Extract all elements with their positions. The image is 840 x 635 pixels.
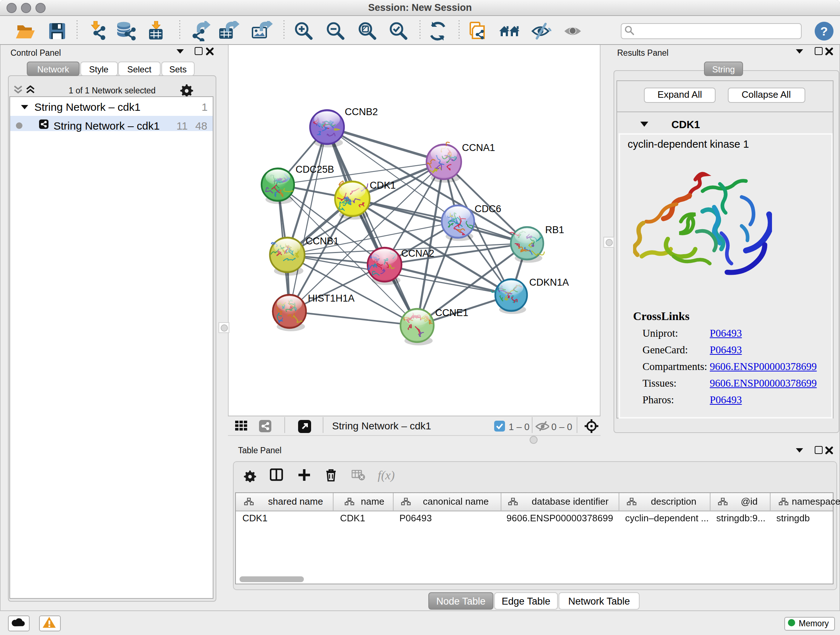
svg-text:CCNB1: CCNB1 — [306, 235, 339, 246]
svg-text:CCNE1: CCNE1 — [435, 307, 469, 318]
svg-text:CCNA1: CCNA1 — [462, 142, 495, 153]
svg-text:CDC6: CDC6 — [475, 203, 501, 214]
svg-text:CCNA2: CCNA2 — [401, 248, 434, 258]
svg-text:CDC25B: CDC25B — [295, 164, 334, 174]
svg-text:CDKN1A: CDKN1A — [529, 277, 569, 287]
svg-text:HIST1H1A: HIST1H1A — [308, 293, 355, 303]
svg-text:CCNB2: CCNB2 — [345, 106, 378, 117]
svg-text:?: ? — [821, 24, 828, 38]
svg-text:RB1: RB1 — [545, 224, 564, 235]
svg-text:CDK1: CDK1 — [370, 180, 396, 190]
